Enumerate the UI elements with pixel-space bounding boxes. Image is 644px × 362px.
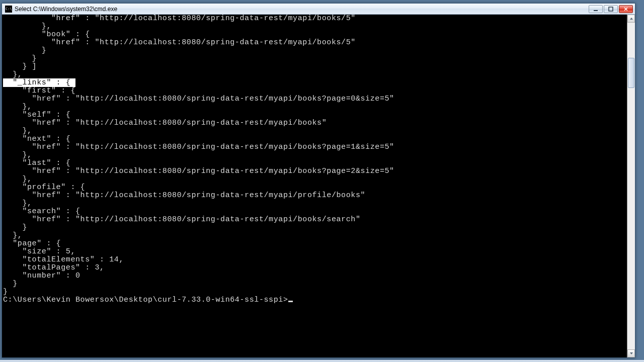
terminal-output[interactable]: "href" : "http://localhost:8080/spring-d… (2, 15, 627, 357)
terminal-line-highlight: "_links" : { (3, 79, 627, 87)
terminal-line: "search" : { (3, 208, 627, 216)
maximize-button[interactable] (604, 5, 618, 13)
svg-rect-1 (609, 7, 613, 11)
terminal-line: }, (3, 200, 627, 208)
terminal-line: "href" : "http://localhost:8080/spring-d… (3, 167, 627, 175)
terminal-line: } (3, 288, 627, 296)
terminal-line: } ] (3, 63, 627, 71)
terminal-line: "first" : { (3, 87, 627, 95)
terminal-line: }, (3, 103, 627, 111)
terminal-line: "href" : "http://localhost:8080/spring-d… (3, 95, 627, 103)
terminal-line: "href" : "http://localhost:8080/spring-d… (3, 143, 627, 151)
terminal-line: } (3, 280, 627, 288)
scrollbar-vertical[interactable] (627, 15, 635, 357)
terminal-line: }, (3, 232, 627, 240)
terminal-line: } (3, 55, 627, 63)
terminal-line: }, (3, 175, 627, 184)
cursor (288, 301, 293, 302)
terminal-line: "totalPages" : 3, (3, 264, 627, 272)
cmd-icon (5, 6, 12, 13)
terminal-line: }, (3, 71, 627, 79)
terminal-line: "number" : 0 (3, 272, 627, 280)
taskbar (0, 360, 644, 362)
scroll-track[interactable] (627, 23, 635, 349)
prompt-line[interactable]: C:\Users\Kevin Bowersox\Desktop\curl-7.3… (3, 296, 627, 304)
terminal-line: "last" : { (3, 159, 627, 167)
title-bar[interactable]: Select C:\Windows\system32\cmd.exe (2, 4, 635, 15)
close-button[interactable] (619, 5, 633, 13)
terminal-line: "href" : "http://localhost:8080/spring-d… (3, 119, 627, 127)
terminal-line: "href" : "http://localhost:8080/spring-d… (3, 216, 627, 224)
svg-rect-0 (594, 10, 598, 11)
terminal-line: "next" : { (3, 135, 627, 143)
terminal-line: "page" : { (3, 240, 627, 248)
terminal-line: } (3, 47, 627, 55)
terminal-line: "totalElements" : 14, (3, 256, 627, 264)
terminal-line: }, (3, 151, 627, 159)
scroll-down-button[interactable] (627, 349, 635, 357)
terminal-line: "self" : { (3, 111, 627, 119)
minimize-button[interactable] (589, 5, 603, 13)
terminal-line: }, (3, 127, 627, 135)
terminal-line: "href" : "http://localhost:8080/spring-d… (3, 39, 627, 47)
terminal-line: "href" : "http://localhost:8080/spring-d… (3, 15, 627, 23)
terminal-line: } (3, 224, 627, 232)
prompt-text: C:\Users\Kevin Bowersox\Desktop\curl-7.3… (3, 296, 288, 304)
window-controls (589, 5, 633, 13)
cmd-window: Select C:\Windows\system32\cmd.exe "href… (2, 3, 635, 358)
terminal-line: }, (3, 23, 627, 31)
terminal-line: "book" : { (3, 31, 627, 39)
scroll-up-button[interactable] (627, 15, 635, 23)
scroll-thumb[interactable] (628, 58, 634, 88)
terminal-line: "profile" : { (3, 184, 627, 192)
window-title: Select C:\Windows\system32\cmd.exe (15, 6, 117, 13)
terminal-line: "href" : "http://localhost:8080/spring-d… (3, 192, 627, 200)
terminal-line: "size" : 5, (3, 248, 627, 256)
